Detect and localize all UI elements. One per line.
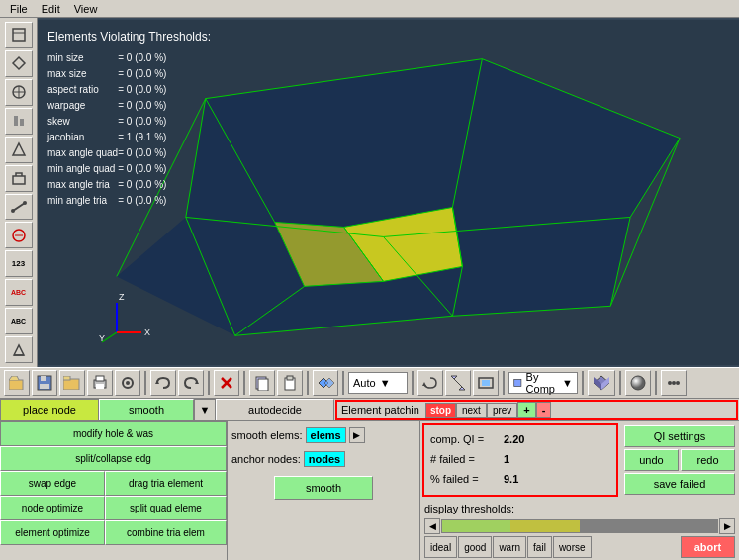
svg-marker-7 — [13, 143, 25, 155]
sidebar-btn-2[interactable] — [5, 50, 33, 77]
thresh-left-btn[interactable]: ◀ — [424, 518, 440, 534]
qi-area: QI settings undo redo save failed — [620, 421, 739, 499]
bycomp-label: By Comp — [526, 371, 559, 395]
metric-label-9: min angle tria — [47, 193, 118, 209]
tb2-fit-btn[interactable] — [473, 370, 499, 396]
tb2-more-btn[interactable] — [661, 370, 687, 396]
bottom-content: modify hole & was split/collapse edg swa… — [0, 421, 739, 560]
elem-patch-title: Element patchin — [337, 404, 423, 416]
tb2-open-btn[interactable] — [4, 370, 30, 396]
swap-edge-button[interactable]: swap edge — [0, 471, 105, 496]
smooth-button-top[interactable]: smooth — [99, 399, 194, 420]
failed-row: # failed = 1 — [430, 449, 610, 469]
save-failed-button[interactable]: save failed — [624, 473, 735, 495]
elems-nav-btn[interactable]: ▶ — [349, 427, 365, 443]
place-node-button[interactable]: place node — [0, 399, 99, 420]
next-button[interactable]: next — [456, 403, 487, 418]
bycomp-dropdown[interactable]: By Comp ▼ — [508, 372, 578, 394]
sidebar-btn-7[interactable] — [5, 194, 33, 221]
tb2-print-btn[interactable] — [87, 370, 113, 396]
metric-value-9: = 0 (0.0 %) — [118, 193, 166, 209]
worse-btn[interactable]: worse — [553, 536, 592, 558]
sidebar-btn-12[interactable] — [5, 336, 33, 363]
svg-rect-50 — [258, 379, 268, 391]
nodes-button[interactable]: nodes — [304, 451, 345, 467]
metric-label-2: aspect ratio — [47, 82, 118, 98]
svg-rect-42 — [96, 384, 104, 389]
thresh-right-btn[interactable]: ▶ — [719, 518, 735, 534]
node-optimize-button[interactable]: node optimize — [0, 496, 105, 520]
menu-item-file[interactable]: File — [4, 3, 34, 15]
display-thresholds-label: display thresholds: — [424, 503, 514, 514]
metric-label-1: max size — [47, 66, 118, 82]
svg-rect-36 — [41, 376, 46, 381]
threshold-labels-row: ideal good warn fail worse abort — [420, 536, 739, 560]
svg-line-9 — [13, 203, 25, 211]
svg-rect-6 — [20, 119, 24, 126]
sidebar-btn-10[interactable]: ABC — [5, 279, 33, 306]
sidebar-btn-4[interactable] — [5, 108, 33, 135]
smooth-elems-row: smooth elems: elems ▶ — [231, 425, 416, 445]
tb2-paste-btn[interactable] — [277, 370, 303, 396]
minus-button[interactable]: - — [536, 402, 552, 418]
tb2-cube-btn[interactable] — [588, 370, 615, 396]
tb2-settings-btn[interactable] — [115, 370, 140, 396]
element-optimize-button[interactable]: element optimize — [0, 520, 105, 545]
menu-item-view[interactable]: View — [68, 3, 104, 15]
redo-button[interactable]: redo — [681, 449, 735, 471]
svg-point-66 — [668, 381, 672, 385]
metric-value-3: = 0 (0.0 %) — [118, 98, 166, 114]
menu-bar[interactable]: File Edit View — [0, 0, 739, 18]
sidebar-btn-6[interactable] — [5, 165, 33, 192]
elems-button[interactable]: elems — [306, 427, 346, 443]
menu-item-edit[interactable]: Edit — [36, 3, 66, 15]
bottom-middle: smooth elems: elems ▶ anchor nodes: node… — [228, 421, 420, 560]
tb2-redo-btn[interactable] — [178, 370, 204, 396]
tb2-shading-btn[interactable] — [625, 370, 651, 396]
sidebar-btn-11[interactable]: ABC — [5, 308, 33, 334]
sidebar-btn-8[interactable] — [5, 222, 33, 248]
combine-tria-button[interactable]: combine tria elem — [105, 520, 227, 545]
drag-tria-button[interactable]: drag tria element — [105, 471, 227, 496]
warn-btn[interactable]: warn — [493, 536, 526, 558]
tb2-delete-btn[interactable] — [214, 370, 239, 396]
split-collapse-button[interactable]: split/collapse edg — [0, 446, 227, 471]
tb2-sep8 — [582, 371, 584, 395]
sidebar-btn-3[interactable] — [5, 79, 33, 106]
tb2-folder-btn[interactable] — [59, 370, 85, 396]
tb2-zoom-btn[interactable] — [445, 370, 471, 396]
undo-button[interactable]: undo — [624, 449, 679, 471]
bottom-right: comp. QI = 2.20 # failed = 1 % failed = … — [420, 421, 739, 560]
tb2-sep7 — [503, 371, 505, 395]
qi-settings-button[interactable]: QI settings — [624, 425, 735, 447]
sidebar-btn-5[interactable] — [5, 137, 33, 163]
ideal-btn[interactable]: ideal — [424, 536, 457, 558]
sidebar-btn-1[interactable] — [5, 22, 33, 48]
abort-button[interactable]: abort — [681, 536, 735, 558]
violations-title: Elements Violating Thresholds: — [47, 28, 211, 47]
autodecide-button[interactable]: autodecide — [216, 399, 334, 420]
display-thresholds-row: display thresholds: — [420, 501, 739, 516]
svg-text:X: X — [144, 327, 150, 337]
tb2-save-btn[interactable] — [32, 370, 57, 396]
good-btn[interactable]: good — [458, 536, 492, 558]
tb2-undo-btn[interactable] — [150, 370, 176, 396]
anchor-nodes-row: anchor nodes: nodes — [231, 449, 416, 469]
swap-drag-row: swap edge drag tria element — [0, 471, 227, 496]
stop-button[interactable]: stop — [425, 403, 456, 418]
prev-button[interactable]: prev — [487, 403, 517, 418]
svg-rect-41 — [96, 376, 104, 381]
plus-button[interactable]: + — [517, 402, 535, 418]
fail-btn[interactable]: fail — [527, 536, 552, 558]
tb2-rotate-btn[interactable] — [417, 370, 443, 396]
smooth-main-button[interactable]: smooth — [274, 476, 373, 500]
sidebar-btn-9[interactable]: 123 — [5, 250, 33, 277]
metric-label-8: max angle tria — [47, 177, 118, 193]
split-quad-button[interactable]: split quad eleme — [105, 496, 227, 520]
auto-dropdown[interactable]: Auto ▼ — [348, 372, 408, 394]
tb2-copy-btn[interactable] — [249, 370, 275, 396]
modify-hole-button[interactable]: modify hole & was — [0, 421, 227, 446]
bottom-row1: place node smooth ▼ autodecide Element p… — [0, 399, 739, 421]
tb2-transform-btn[interactable] — [313, 370, 338, 396]
dropdown-arrow-btn[interactable]: ▼ — [194, 399, 216, 420]
